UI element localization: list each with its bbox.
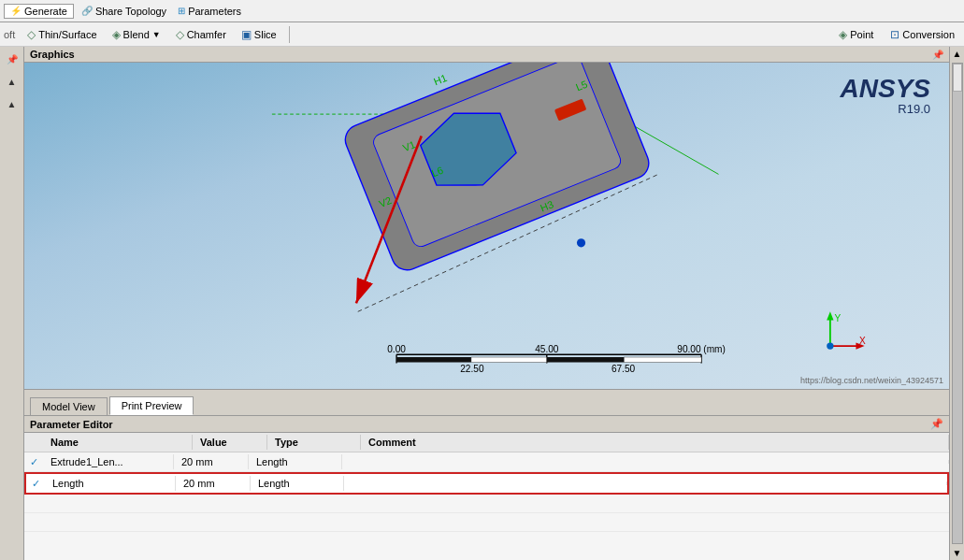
url-text: https://blog.csdn.net/weixin_43924571: [800, 376, 943, 385]
svg-text:22.50: 22.50: [460, 364, 484, 374]
graphics-area: Graphics 📌 ANSYS R19.0: [24, 47, 949, 560]
share-topology-button[interactable]: 🔗 Share Topology: [78, 5, 170, 18]
thin-surface-icon: ◇: [27, 28, 36, 41]
toolbar-divider: [289, 26, 290, 43]
scrollbar-thumb[interactable]: [953, 64, 962, 92]
param-type-2: Length: [251, 476, 344, 491]
svg-rect-18: [471, 357, 547, 363]
param-table: Name Value Type Comment ✓ Extrude1_Len..…: [24, 433, 949, 560]
param-value-2: 20 mm: [176, 476, 251, 491]
svg-marker-28: [827, 311, 833, 320]
svg-text:H1: H1: [432, 72, 449, 87]
main-area: 📌 ▲ ▲ Graphics 📌 ANSYS R19.0: [0, 47, 964, 560]
point-icon: ◈: [839, 28, 847, 41]
blend-label: Blend: [123, 29, 150, 40]
param-editor-pin[interactable]: 📌: [930, 418, 943, 430]
svg-text:X: X: [859, 336, 866, 346]
parameters-button[interactable]: ⊞ Parameters: [174, 5, 245, 18]
svg-point-13: [577, 238, 585, 247]
chamfer-label: Chamfer: [187, 29, 226, 40]
col-header-comment: Comment: [361, 435, 949, 450]
param-name-1: Extrude1_Len...: [43, 454, 174, 469]
parameters-label: Parameters: [188, 6, 241, 17]
conversion-label: Conversion: [902, 29, 955, 40]
scrollbar-track[interactable]: [952, 63, 963, 544]
svg-text:Y: Y: [834, 313, 841, 323]
model-svg: H1 L5 L6 H3 V2 V1: [24, 63, 949, 389]
param-row-empty-2: [24, 513, 949, 532]
slice-label: Slice: [254, 29, 277, 40]
pin-icon[interactable]: 📌: [2, 49, 22, 69]
tab-print-preview-label: Print Preview: [122, 400, 182, 411]
right-scrollbar[interactable]: ▲ ▼: [949, 47, 964, 560]
left-panel: 📌 ▲ ▲: [0, 47, 24, 560]
slice-icon: ▣: [241, 28, 252, 41]
param-value-1: 20 mm: [174, 454, 249, 469]
scrollbar-up[interactable]: ▲: [951, 47, 964, 61]
graphics-pin[interactable]: 📌: [932, 50, 943, 60]
toolbar-right: ◈ Point ⊡ Conversion: [833, 26, 960, 43]
col-header-type: Type: [267, 435, 361, 450]
param-name-2: Length: [45, 476, 176, 491]
thin-surface-button[interactable]: ◇ Thin/Surface: [21, 25, 103, 44]
col-header-value: Value: [193, 435, 267, 450]
scrollbar-down[interactable]: ▼: [951, 546, 964, 560]
toolbar-second: oft ◇ Thin/Surface ◈ Blend ▼ ◇ Chamfer ▣…: [0, 22, 964, 47]
tabs-row: Model View Print Preview: [24, 389, 949, 415]
param-type-1: Length: [249, 454, 342, 469]
svg-rect-19: [547, 357, 625, 363]
svg-text:0.00: 0.00: [387, 344, 406, 354]
share-topology-icon: 🔗: [81, 6, 93, 16]
tab-model-view[interactable]: Model View: [30, 397, 108, 415]
param-row-1[interactable]: ✓ Extrude1_Len... 20 mm Length: [24, 452, 949, 472]
param-editor: Parameter Editor 📌 Name Value Type Comme…: [24, 415, 949, 560]
arrow-up-icon[interactable]: ▲: [2, 71, 22, 92]
graphics-title-text: Graphics: [30, 49, 75, 60]
generate-button[interactable]: ⚡ Generate: [4, 4, 74, 19]
generate-label: Generate: [24, 6, 67, 17]
conversion-icon: ⊡: [890, 28, 899, 41]
param-editor-title: Parameter Editor 📌: [24, 416, 949, 433]
param-row-2[interactable]: ✓ Length 20 mm Length: [24, 472, 949, 495]
graphics-title: Graphics 📌: [24, 47, 949, 63]
point-label: Point: [850, 29, 873, 40]
param-check-1: ✓: [24, 456, 43, 468]
svg-text:45.00: 45.00: [535, 344, 559, 354]
tab-print-preview[interactable]: Print Preview: [109, 396, 194, 415]
share-topology-label: Share Topology: [95, 6, 166, 17]
param-row-empty-1: [24, 495, 949, 513]
svg-point-33: [827, 342, 833, 349]
blend-icon: ◈: [112, 28, 121, 41]
point-button[interactable]: ◈ Point: [833, 26, 879, 43]
blend-button[interactable]: ◈ Blend ▼: [106, 25, 167, 44]
param-check-2: ✓: [26, 478, 45, 490]
toolbar-top: ⚡ Generate 🔗 Share Topology ⊞ Parameters: [0, 0, 964, 22]
svg-text:67.50: 67.50: [611, 364, 636, 374]
conversion-button[interactable]: ⊡ Conversion: [885, 26, 960, 43]
param-comment-2: [344, 481, 947, 485]
slice-button[interactable]: ▣ Slice: [235, 25, 283, 44]
svg-rect-20: [624, 357, 701, 363]
param-editor-title-text: Parameter Editor: [30, 419, 113, 430]
param-comment-1: [342, 460, 949, 464]
svg-rect-17: [396, 357, 471, 363]
graphics-viewport[interactable]: ANSYS R19.0: [24, 63, 949, 389]
tab-model-view-label: Model View: [42, 401, 95, 412]
parameters-icon: ⊞: [178, 6, 185, 16]
param-table-header: Name Value Type Comment: [24, 433, 949, 452]
arrow-up2-icon[interactable]: ▲: [2, 93, 22, 114]
chamfer-button[interactable]: ◇ Chamfer: [169, 25, 233, 44]
generate-icon: ⚡: [10, 6, 22, 16]
col-header-name: Name: [43, 435, 193, 450]
svg-text:90.00 (mm): 90.00 (mm): [677, 344, 726, 354]
chamfer-icon: ◇: [176, 28, 184, 41]
thin-surface-label: Thin/Surface: [38, 29, 96, 40]
